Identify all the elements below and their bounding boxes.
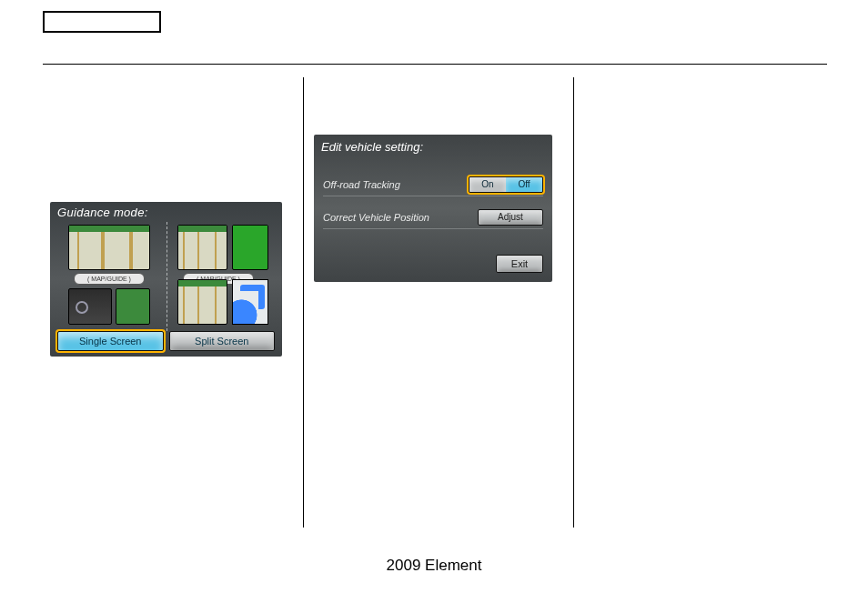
single-screen-button[interactable]: Single Screen	[57, 331, 164, 351]
guidance-mode-divider	[167, 222, 167, 331]
audio-unit-icon	[68, 288, 112, 325]
exit-row: Exit	[496, 255, 543, 275]
guidance-mode-panel: Guidance mode: ( MAP/GUIDE ) ( MAP/GUIDE…	[50, 202, 282, 357]
offroad-tracking-row: Off-road Tracking On Off	[323, 173, 543, 196]
column-separator-1	[303, 77, 304, 528]
offroad-tracking-toggle[interactable]: On Off	[469, 176, 543, 193]
map-thumb-split-right	[232, 225, 268, 270]
map-thumb-split-left	[177, 225, 227, 270]
vehicle-setting-panel: Edit vehicle setting: Off-road Tracking …	[314, 135, 552, 282]
map-thumb-single	[68, 225, 150, 270]
mini-green-icon	[116, 288, 150, 325]
toggle-on[interactable]: On	[469, 177, 506, 192]
map-thumb-split-bottom-left	[177, 279, 227, 325]
adjust-button[interactable]: Adjust	[478, 209, 543, 226]
toggle-off[interactable]: Off	[506, 177, 542, 192]
vehicle-setting-title: Edit vehicle setting:	[321, 140, 423, 154]
offroad-tracking-label: Off-road Tracking	[323, 179, 469, 190]
header-rule	[43, 64, 827, 65]
footer-text: 2009 Element	[0, 557, 868, 575]
header-box	[43, 11, 161, 33]
split-screen-button[interactable]: Split Screen	[169, 331, 276, 351]
correct-vehicle-row: Correct Vehicle Position Adjust	[323, 206, 543, 229]
turn-arrow-icon	[232, 279, 268, 325]
correct-vehicle-label: Correct Vehicle Position	[323, 212, 478, 223]
exit-button[interactable]: Exit	[496, 255, 543, 273]
guidance-mode-title: Guidance mode:	[57, 206, 148, 219]
column-separator-2	[573, 77, 574, 528]
map-guide-pill-left: ( MAP/GUIDE )	[74, 273, 145, 285]
guidance-mode-buttons: Single Screen Split Screen	[57, 331, 275, 351]
